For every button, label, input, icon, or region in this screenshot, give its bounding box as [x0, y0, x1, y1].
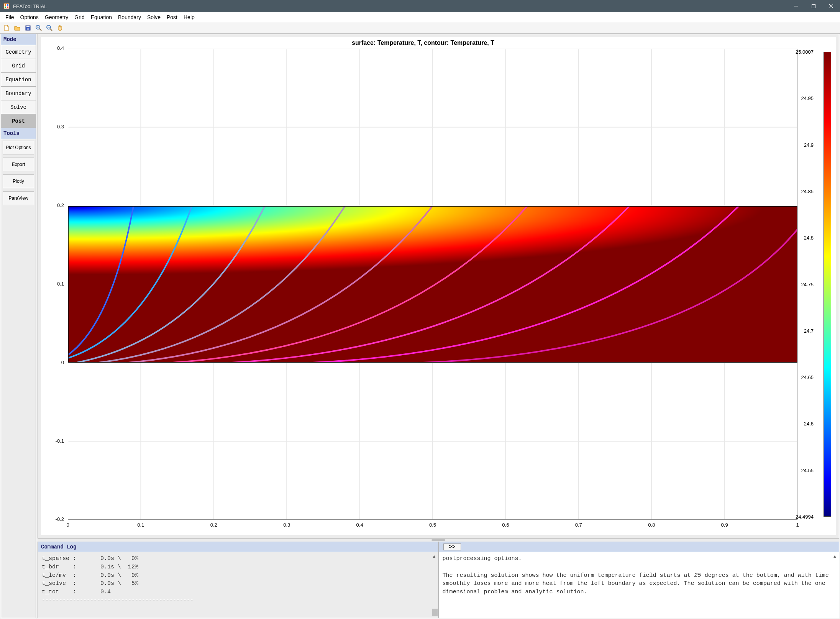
svg-rect-1: [5, 4, 6, 6]
menu-help[interactable]: Help: [180, 13, 198, 21]
menu-boundary[interactable]: Boundary: [115, 13, 144, 21]
menu-post[interactable]: Post: [164, 13, 180, 21]
tool-button-export[interactable]: Export: [3, 158, 34, 171]
command-log-body[interactable]: t_sparse : 0.0s \ 0% t_bdr : 0.1s \ 12% …: [38, 552, 438, 618]
pan-hand-icon[interactable]: [56, 24, 64, 32]
colorbar: 24.4994 24.55 24.6 24.65 24.7 24.75 24.8…: [804, 52, 831, 517]
save-disk-icon[interactable]: [24, 24, 32, 32]
toolbar: [0, 22, 840, 34]
colorbar-tick: 24.95: [801, 95, 814, 101]
menubar: File Options Geometry Grid Equation Boun…: [0, 12, 840, 22]
prompt-button[interactable]: >>: [443, 543, 461, 550]
svg-text:1: 1: [796, 522, 799, 528]
menu-file[interactable]: File: [2, 13, 17, 21]
svg-text:0.9: 0.9: [721, 522, 728, 528]
command-log-header: Command Log: [38, 542, 438, 552]
svg-rect-11: [27, 28, 29, 30]
svg-line-17: [50, 29, 52, 31]
colorbar-tick: 25.0007: [796, 49, 814, 55]
info-panel: >> ▲ postprocessing options. The resulti…: [438, 542, 839, 618]
menu-equation[interactable]: Equation: [88, 13, 115, 21]
command-log-panel: Command Log ▲ t_sparse : 0.0s \ 0% t_bdr…: [38, 542, 438, 618]
svg-line-13: [39, 29, 41, 31]
colorbar-tick: 24.7: [804, 328, 814, 333]
svg-text:0.2: 0.2: [210, 522, 217, 528]
menu-options[interactable]: Options: [17, 13, 42, 21]
colorbar-strip: [824, 52, 831, 517]
scroll-up-icon[interactable]: ▲: [432, 554, 438, 559]
svg-text:0.1: 0.1: [137, 522, 144, 528]
menu-solve[interactable]: Solve: [144, 13, 164, 21]
menu-grid[interactable]: Grid: [71, 13, 87, 21]
svg-text:-0.2: -0.2: [56, 516, 64, 522]
svg-rect-10: [26, 26, 30, 27]
colorbar-tick: 24.85: [801, 188, 814, 194]
svg-text:0.6: 0.6: [502, 522, 509, 528]
svg-rect-6: [812, 5, 815, 8]
sidebar-tools-header: Tools: [1, 128, 36, 139]
svg-text:0.3: 0.3: [57, 124, 64, 130]
new-file-icon[interactable]: [2, 24, 11, 32]
window-maximize-button[interactable]: [805, 0, 822, 12]
svg-text:0.3: 0.3: [283, 522, 290, 528]
zoom-out-icon[interactable]: [45, 24, 54, 32]
tool-button-plot-options[interactable]: Plot Options: [3, 141, 34, 154]
svg-rect-4: [7, 7, 8, 8]
tool-button-plotly[interactable]: Plotly: [3, 174, 34, 188]
svg-text:0.4: 0.4: [57, 45, 64, 51]
svg-rect-3: [5, 7, 6, 8]
colorbar-tick: 24.65: [801, 374, 814, 380]
scroll-up-icon[interactable]: ▲: [833, 554, 838, 559]
info-panel-body[interactable]: postprocessing options. The resulting so…: [439, 552, 839, 618]
window-title: FEATool TRIAL: [13, 3, 787, 9]
svg-rect-2: [7, 4, 8, 6]
svg-text:0: 0: [66, 522, 69, 528]
svg-text:0.4: 0.4: [356, 522, 363, 528]
colorbar-tick: 24.8: [804, 235, 814, 241]
svg-text:0.1: 0.1: [57, 281, 64, 287]
plot-title: surface: Temperature, T, contour: Temper…: [41, 39, 805, 46]
colorbar-tick: 24.4994: [796, 514, 814, 520]
svg-text:0: 0: [61, 360, 64, 365]
svg-text:0.2: 0.2: [57, 202, 64, 208]
horizontal-splitter[interactable]: [38, 539, 839, 542]
mode-button-boundary[interactable]: Boundary: [1, 87, 36, 100]
mode-button-post[interactable]: Post: [1, 114, 36, 128]
window-close-button[interactable]: [822, 0, 840, 12]
colorbar-tick: 24.9: [804, 142, 814, 148]
svg-text:0.7: 0.7: [575, 522, 582, 528]
app-icon: [3, 3, 10, 10]
open-folder-icon[interactable]: [13, 24, 21, 32]
window-titlebar: FEATool TRIAL: [0, 0, 840, 12]
mode-button-grid[interactable]: Grid: [1, 59, 36, 73]
sidebar-mode-header: Mode: [1, 34, 36, 45]
svg-text:0.8: 0.8: [648, 522, 655, 528]
plot-panel: surface: Temperature, T, contour: Temper…: [38, 34, 839, 539]
menu-geometry[interactable]: Geometry: [42, 13, 71, 21]
colorbar-tick: 24.55: [801, 467, 814, 473]
plot-axes[interactable]: 0 0.1 0.2 0.3 0.4 0.5 0.6 0.7 0.8 0.9 1 …: [68, 49, 797, 520]
colorbar-tick: 24.6: [804, 421, 814, 427]
window-minimize-button[interactable]: [787, 0, 805, 12]
zoom-in-icon[interactable]: [34, 24, 43, 32]
tick-labels: 0 0.1 0.2 0.3 0.4 0.5 0.6 0.7 0.8 0.9 1 …: [68, 49, 797, 520]
info-panel-header: >>: [439, 542, 839, 552]
scroll-thumb[interactable]: [432, 609, 438, 616]
mode-button-geometry[interactable]: Geometry: [1, 45, 36, 59]
svg-text:0.5: 0.5: [429, 522, 436, 528]
mode-button-equation[interactable]: Equation: [1, 73, 36, 87]
svg-text:-0.1: -0.1: [56, 438, 64, 444]
mode-button-solve[interactable]: Solve: [1, 100, 36, 114]
tool-button-paraview[interactable]: ParaView: [3, 191, 34, 205]
colorbar-tick: 24.75: [801, 281, 814, 287]
sidebar: Mode Geometry Grid Equation Boundary Sol…: [1, 34, 36, 618]
